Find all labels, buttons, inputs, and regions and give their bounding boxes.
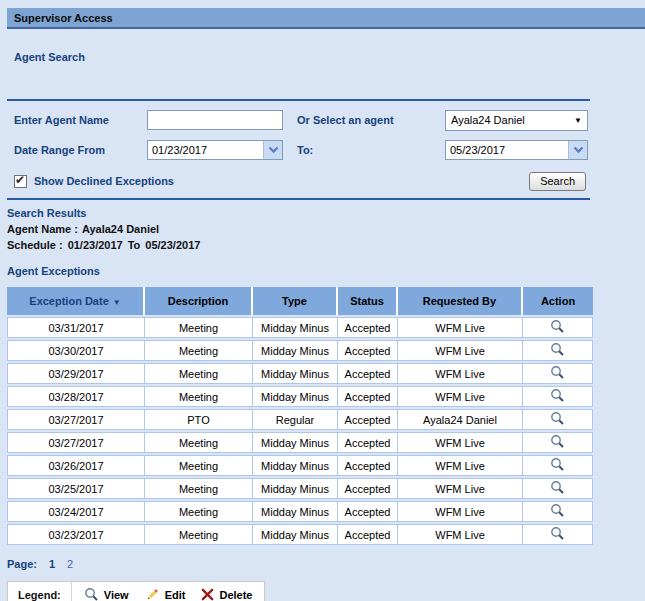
window-title: Supervisor Access (14, 12, 113, 24)
schedule-to-date: 05/23/2017 (145, 239, 200, 251)
show-declined-option[interactable]: Show Declined Exceptions (7, 175, 174, 188)
view-action-icon[interactable] (550, 342, 565, 357)
action-cell (523, 386, 593, 407)
magnifier-icon (84, 587, 99, 601)
view-action-icon[interactable] (550, 388, 565, 403)
type-cell: Midday Minus (253, 432, 338, 453)
dropdown-arrow-icon: ▼ (574, 116, 582, 125)
view-action-icon[interactable] (550, 457, 565, 472)
action-cell (523, 317, 593, 338)
exception-row: 03/23/2017MeetingMidday MinusAcceptedWFM… (7, 524, 593, 545)
exception-row: 03/26/2017MeetingMidday MinusAcceptedWFM… (7, 455, 593, 476)
type-cell: Midday Minus (253, 340, 338, 361)
options-row: Show Declined Exceptions Search (7, 167, 590, 195)
type-cell: Midday Minus (253, 317, 338, 338)
legend-item-view[interactable]: View (84, 587, 129, 601)
requested-by-cell: WFM Live (398, 386, 523, 407)
view-action-icon[interactable] (550, 365, 565, 380)
search-results-heading: Search Results (7, 207, 590, 219)
date-to-value: 05/23/2017 (446, 141, 568, 159)
type-cell: Midday Minus (253, 386, 338, 407)
requested-by-cell: WFM Live (398, 478, 523, 499)
column-header-description[interactable]: Description (145, 287, 253, 315)
select-agent-label: Or Select an agent (297, 114, 445, 126)
status-cell: Accepted (338, 524, 398, 545)
requested-by-cell: WFM Live (398, 363, 523, 384)
requested-by-cell: WFM Live (398, 524, 523, 545)
agent-select-value: Ayala24 Daniel (451, 114, 525, 126)
status-cell: Accepted (338, 340, 398, 361)
legend-items: View Edit Delete (72, 582, 265, 601)
date-to-dropdown-button[interactable] (568, 141, 587, 159)
action-cell (523, 501, 593, 522)
description-cell: Meeting (145, 363, 253, 384)
show-declined-label: Show Declined Exceptions (34, 175, 174, 187)
action-cell (523, 432, 593, 453)
date-to-picker[interactable]: 05/23/2017 (445, 140, 588, 160)
column-header-exception-date[interactable]: Exception Date▼ (7, 287, 145, 315)
status-cell: Accepted (338, 432, 398, 453)
column-label: Action (541, 295, 575, 307)
agent-search-form: Enter Agent Name Or Select an agent Ayal… (7, 99, 590, 200)
type-cell: Midday Minus (253, 455, 338, 476)
exception-date-cell: 03/27/2017 (7, 409, 145, 430)
page-number-1[interactable]: 1 (49, 558, 55, 570)
exception-row: 03/28/2017MeetingMidday MinusAcceptedWFM… (7, 386, 593, 407)
view-action-icon[interactable] (550, 526, 565, 541)
description-cell: Meeting (145, 501, 253, 522)
view-action-icon[interactable] (550, 319, 565, 334)
description-cell: Meeting (145, 386, 253, 407)
column-header-status[interactable]: Status (338, 287, 398, 315)
view-action-icon[interactable] (550, 434, 565, 449)
agent-select[interactable]: Ayala24 Daniel ▼ (445, 110, 588, 131)
pagination: Page: 12 (7, 558, 645, 570)
date-from-label: Date Range From (7, 144, 147, 156)
legend-bar: Legend: View Edit Delete (7, 581, 265, 601)
status-cell: Accepted (338, 409, 398, 430)
exception-date-cell: 03/28/2017 (7, 386, 145, 407)
column-header-type[interactable]: Type (253, 287, 338, 315)
action-cell (523, 524, 593, 545)
requested-by-cell: WFM Live (398, 317, 523, 338)
exception-date-cell: 03/27/2017 (7, 432, 145, 453)
exception-date-cell: 03/31/2017 (7, 317, 145, 338)
type-cell: Midday Minus (253, 501, 338, 522)
type-cell: Midday Minus (253, 478, 338, 499)
status-cell: Accepted (338, 386, 398, 407)
agent-exceptions-heading: Agent Exceptions (7, 265, 590, 277)
agent-name-line: Agent Name :Ayala24 Daniel (7, 223, 590, 235)
requested-by-cell: WFM Live (398, 340, 523, 361)
sort-desc-icon: ▼ (113, 298, 121, 307)
action-cell (523, 455, 593, 476)
exception-date-cell: 03/29/2017 (7, 363, 145, 384)
view-action-icon[interactable] (550, 411, 565, 426)
legend-label: Legend: (8, 582, 72, 601)
column-header-requested-by[interactable]: Requested By (398, 287, 523, 315)
date-from-picker[interactable]: 01/23/2017 (147, 140, 283, 160)
column-label: Status (350, 295, 384, 307)
chevron-down-icon (268, 146, 279, 154)
search-button[interactable]: Search (529, 172, 586, 191)
exception-row: 03/27/2017MeetingMidday MinusAcceptedWFM… (7, 432, 593, 453)
description-cell: Meeting (145, 455, 253, 476)
requested-by-cell: WFM Live (398, 455, 523, 476)
type-cell: Regular (253, 409, 338, 430)
date-from-dropdown-button[interactable] (263, 141, 282, 159)
status-cell: Accepted (338, 501, 398, 522)
window-title-bar: Supervisor Access (7, 8, 645, 29)
agent-name-input[interactable] (147, 110, 283, 130)
date-from-value: 01/23/2017 (148, 141, 263, 159)
legend-item-label: View (104, 589, 129, 601)
show-declined-checkbox[interactable] (14, 175, 27, 188)
legend-item-delete[interactable]: Delete (201, 588, 252, 601)
schedule-from-date: 01/23/2017 (68, 239, 123, 251)
exceptions-table: Exception Date▼DescriptionTypeStatusRequ… (7, 285, 593, 547)
view-action-icon[interactable] (550, 480, 565, 495)
page-number-2[interactable]: 2 (67, 558, 73, 570)
legend-item-edit[interactable]: Edit (145, 587, 186, 601)
action-cell (523, 340, 593, 361)
exception-row: 03/30/2017MeetingMidday MinusAcceptedWFM… (7, 340, 593, 361)
view-action-icon[interactable] (550, 503, 565, 518)
column-header-action[interactable]: Action (523, 287, 593, 315)
column-label: Type (282, 295, 307, 307)
